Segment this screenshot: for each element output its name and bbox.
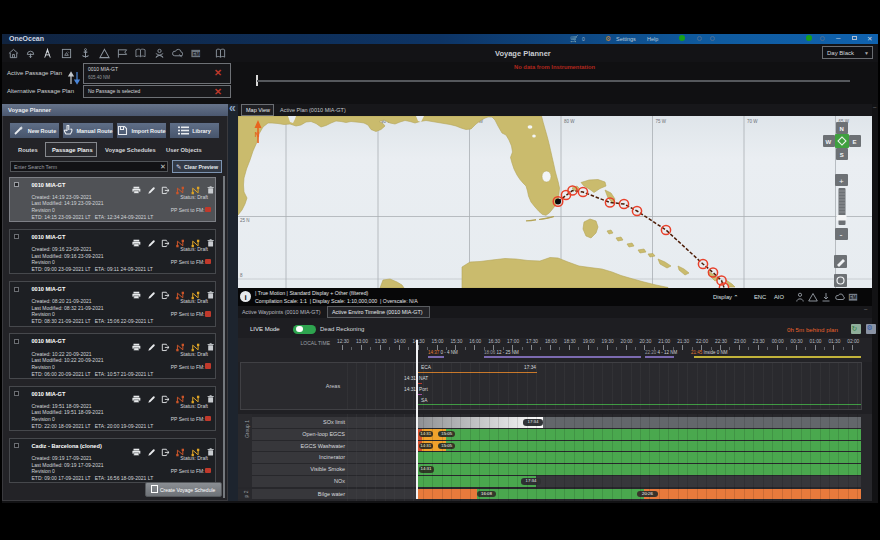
svg-text:-: - — [840, 230, 843, 240]
svg-text:W: W — [826, 139, 832, 145]
svg-text:+: + — [839, 177, 844, 186]
svg-text:S: S — [840, 152, 844, 158]
svg-text:E: E — [853, 139, 857, 145]
svg-text:75 W: 75 W — [656, 119, 667, 124]
svg-text:25 N: 25 N — [240, 218, 250, 223]
svg-text:EM: EM — [849, 295, 856, 300]
svg-text:EM: EM — [192, 50, 200, 56]
svg-text:70 W: 70 W — [747, 119, 758, 124]
svg-text:N: N — [840, 126, 844, 132]
svg-text:N: N — [255, 131, 260, 138]
svg-text:80 W: 80 W — [564, 119, 575, 124]
